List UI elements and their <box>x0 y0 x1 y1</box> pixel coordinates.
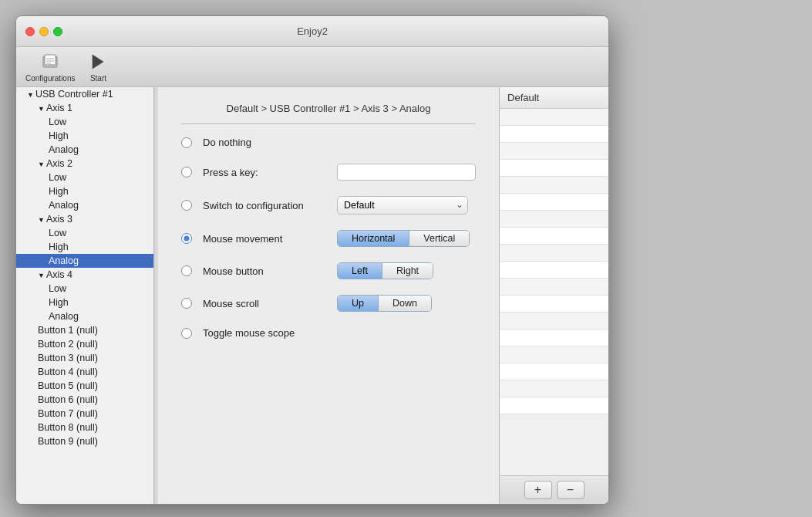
sidebar-item-axis3-analog[interactable]: Analog <box>16 254 153 268</box>
list-item <box>500 109 608 126</box>
option-mouse-scroll: Mouse scroll Up Down <box>181 295 476 312</box>
list-item <box>500 397 608 414</box>
option-do-nothing: Do nothing <box>181 137 476 148</box>
option-mouse-scroll-label: Mouse scroll <box>203 298 326 309</box>
seg-down[interactable]: Down <box>379 296 431 311</box>
sidebar-item-axis2-analog[interactable]: Analog <box>16 198 153 212</box>
right-panel-header: Default <box>500 87 608 109</box>
right-panel: Default + <box>499 87 608 504</box>
radio-switch-config[interactable] <box>181 200 192 211</box>
list-item <box>500 363 608 380</box>
seg-up[interactable]: Up <box>338 296 379 311</box>
option-press-key-label: Press a key: <box>203 167 326 178</box>
sidebar-item-button5[interactable]: Button 5 (null) <box>16 379 153 393</box>
option-do-nothing-label: Do nothing <box>203 137 326 148</box>
option-toggle-mouse-scope-label: Toggle mouse scope <box>203 327 326 339</box>
radio-toggle-mouse-scope[interactable] <box>181 328 192 339</box>
sidebar-item-axis4-low[interactable]: Low <box>16 282 153 296</box>
sidebar-item-button7[interactable]: Button 7 (null) <box>16 407 153 421</box>
list-item <box>500 262 608 279</box>
list-item <box>500 346 608 363</box>
sidebar-item-button9[interactable]: Button 9 (null) <box>16 434 153 448</box>
window-body: ▼USB Controller #1 ▼Axis 1 Low High Anal… <box>16 87 608 504</box>
sidebar-item-axis3-high[interactable]: High <box>16 240 153 254</box>
sidebar-item-axis4-high[interactable]: High <box>16 296 153 309</box>
sidebar-item-axis1-analog[interactable]: Analog <box>16 143 153 157</box>
seg-horizontal[interactable]: Horizontal <box>338 231 409 246</box>
triangle-icon: ▼ <box>38 105 45 113</box>
add-button[interactable]: + <box>524 481 552 499</box>
radio-mouse-button[interactable] <box>181 265 192 276</box>
option-mouse-movement: Mouse movement Horizontal Vertical <box>181 230 476 247</box>
sidebar-item-axis3-low[interactable]: Low <box>16 226 153 240</box>
options-list: Do nothing Press a key: Switch to config… <box>181 137 476 339</box>
config-dropdown[interactable]: Default <box>337 196 468 215</box>
option-switch-config-label: Switch to configuration <box>203 200 326 211</box>
sidebar-item-button3[interactable]: Button 3 (null) <box>16 351 153 365</box>
list-item <box>500 313 608 329</box>
seg-left[interactable]: Left <box>338 263 382 279</box>
list-item <box>500 177 608 194</box>
traffic-lights <box>25 27 62 36</box>
list-item <box>500 143 608 160</box>
sidebar-item-axis1-low[interactable]: Low <box>16 115 153 129</box>
list-item <box>500 279 608 296</box>
sidebar-item-axis2[interactable]: ▼Axis 2 <box>16 157 153 171</box>
list-item <box>500 228 608 245</box>
list-item <box>500 126 608 143</box>
close-button[interactable] <box>25 27 35 36</box>
sidebar-item-axis1-high[interactable]: High <box>16 129 153 143</box>
sidebar-item-axis3[interactable]: ▼Axis 3 <box>16 212 153 226</box>
mouse-movement-segmented: Horizontal Vertical <box>337 230 470 247</box>
triangle-icon: ▼ <box>27 91 34 99</box>
start-label: Start <box>90 74 106 83</box>
option-mouse-button: Mouse button Left Right <box>181 262 476 279</box>
right-panel-list <box>500 109 608 475</box>
option-press-key: Press a key: <box>181 164 476 181</box>
configurations-label: Configurations <box>25 74 75 83</box>
sidebar-item-button4[interactable]: Button 4 (null) <box>16 365 153 379</box>
list-item <box>500 329 608 346</box>
titlebar: Enjoy2 <box>16 16 608 47</box>
configurations-button[interactable]: Configurations <box>25 51 75 83</box>
configurations-icon <box>39 51 61 73</box>
right-panel-footer: + − <box>500 475 608 504</box>
list-item <box>500 194 608 211</box>
mouse-button-segmented: Left Right <box>337 262 433 279</box>
config-dropdown-wrapper: Default <box>337 196 468 215</box>
radio-mouse-scroll[interactable] <box>181 298 192 309</box>
sidebar-item-axis2-high[interactable]: High <box>16 184 153 198</box>
sidebar-item-axis4[interactable]: ▼Axis 4 <box>16 268 153 282</box>
minimize-button[interactable] <box>39 27 49 36</box>
seg-right[interactable]: Right <box>382 263 433 279</box>
list-item <box>500 245 608 262</box>
list-item <box>500 211 608 228</box>
triangle-icon: ▼ <box>38 216 45 224</box>
breadcrumb: Default > USB Controller #1 > Axis 3 > A… <box>181 103 476 124</box>
sidebar-item-button2[interactable]: Button 2 (null) <box>16 337 153 351</box>
radio-mouse-movement[interactable] <box>181 233 192 244</box>
sidebar-item-axis4-analog[interactable]: Analog <box>16 309 153 323</box>
svg-marker-5 <box>93 55 103 69</box>
sidebar-item-button8[interactable]: Button 8 (null) <box>16 421 153 434</box>
toolbar: Configurations Start <box>16 47 608 87</box>
seg-vertical[interactable]: Vertical <box>409 231 469 246</box>
sidebar-item-usb-controller[interactable]: ▼USB Controller #1 <box>16 87 153 101</box>
radio-press-key[interactable] <box>181 167 192 177</box>
sidebar-item-axis1[interactable]: ▼Axis 1 <box>16 101 153 115</box>
sidebar-item-button1[interactable]: Button 1 (null) <box>16 323 153 337</box>
triangle-icon: ▼ <box>38 161 45 168</box>
radio-do-nothing[interactable] <box>181 137 192 148</box>
list-item <box>500 296 608 313</box>
option-toggle-mouse-scope: Toggle mouse scope <box>181 327 476 339</box>
option-mouse-button-label: Mouse button <box>203 265 326 277</box>
list-item <box>500 380 608 397</box>
main-window: Enjoy2 Configurations Start <box>15 15 609 505</box>
start-button[interactable]: Start <box>87 51 109 83</box>
sidebar-item-button6[interactable]: Button 6 (null) <box>16 393 153 407</box>
triangle-icon: ▼ <box>38 272 45 279</box>
maximize-button[interactable] <box>53 27 62 36</box>
press-key-input[interactable] <box>337 164 476 181</box>
sidebar-item-axis2-low[interactable]: Low <box>16 171 153 184</box>
remove-button[interactable]: − <box>557 481 585 499</box>
